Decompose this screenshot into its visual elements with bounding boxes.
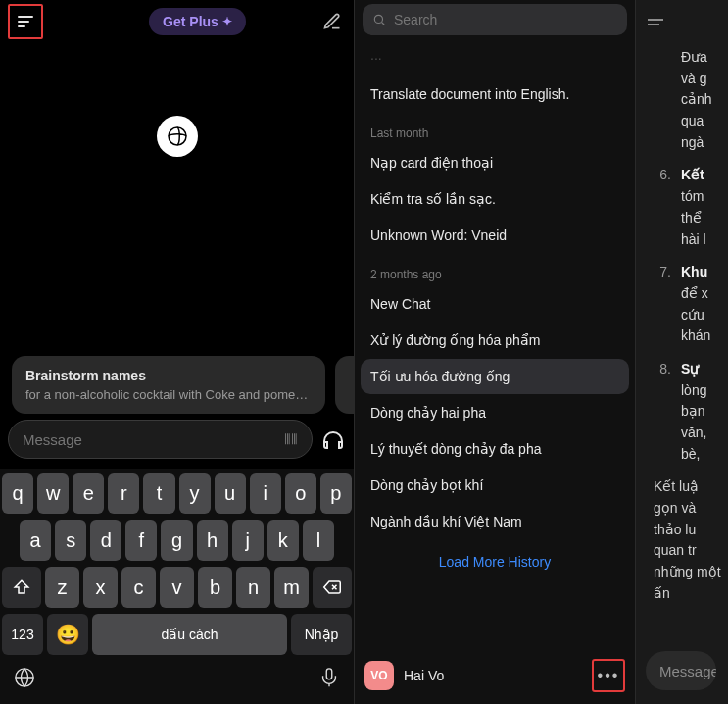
search-row xyxy=(355,0,635,39)
history-item[interactable]: Lý thuyết dòng chảy đa pha xyxy=(361,431,629,467)
app-logo xyxy=(157,116,198,157)
key-p[interactable]: p xyxy=(320,473,352,514)
get-plus-label: Get Plus xyxy=(163,14,218,29)
top-bar: Get Plus ✦ xyxy=(0,0,354,43)
key-d[interactable]: d xyxy=(90,520,121,561)
svg-rect-2 xyxy=(326,669,332,679)
account-more-button[interactable]: ••• xyxy=(592,659,625,692)
key-w[interactable]: w xyxy=(37,473,69,514)
key-f[interactable]: f xyxy=(125,520,157,561)
suggestion-card[interactable]: Brainstorm names for a non-alcoholic coc… xyxy=(12,356,325,414)
suggestion-title: Brainstorm names xyxy=(25,368,312,383)
history-group-header: 2 months ago xyxy=(361,254,629,285)
enter-key[interactable]: Nhập xyxy=(291,614,352,655)
keyboard: qwertyuiop asdfghjkl zxcvbnm 123 😀 dấu c… xyxy=(0,469,354,704)
menu-button[interactable] xyxy=(8,4,43,39)
history-item[interactable]: Translate document into English. xyxy=(361,76,629,112)
list-item: 6.Kết tóm thể hài l xyxy=(654,165,722,250)
sparkle-icon: ✦ xyxy=(222,15,232,28)
numeric-key[interactable]: 123 xyxy=(2,614,43,655)
search-input[interactable] xyxy=(363,4,627,35)
history-item[interactable]: Unknown Word: Vneid xyxy=(361,218,629,253)
message-input[interactable]: Message xyxy=(646,651,716,690)
mic-key[interactable] xyxy=(318,667,340,694)
history-list: ··· Translate document into English. Las… xyxy=(355,39,635,647)
history-item[interactable]: New Chat xyxy=(361,286,629,322)
key-m[interactable]: m xyxy=(274,567,309,608)
history-item[interactable]: Nạp card điện thoại xyxy=(361,145,629,180)
main-panel: Get Plus ✦ Brainstorm names for a non-al… xyxy=(0,0,355,704)
logo-area xyxy=(0,43,354,229)
audio-waveform-icon[interactable]: ⦀⦀ xyxy=(284,430,298,448)
key-v[interactable]: v xyxy=(160,567,194,608)
history-item[interactable]: Tối ưu hóa đường ống xyxy=(361,359,629,394)
key-u[interactable]: u xyxy=(215,473,246,514)
history-group-header: Last month xyxy=(361,113,629,144)
key-y[interactable]: y xyxy=(179,473,211,514)
key-h[interactable]: h xyxy=(197,520,228,561)
account-row: VO Hai Vo ••• xyxy=(355,647,635,704)
message-placeholder: Message xyxy=(659,663,716,679)
voice-mode-button[interactable] xyxy=(320,427,346,452)
list-body: Sự lòng bạn văn, bè, xyxy=(681,359,722,465)
svg-point-0 xyxy=(169,127,186,145)
avatar[interactable]: VO xyxy=(364,661,394,690)
right-top-bar xyxy=(636,0,728,43)
dots-icon: ••• xyxy=(598,667,620,684)
key-n[interactable]: n xyxy=(236,567,270,608)
key-j[interactable]: j xyxy=(232,520,264,561)
search-field[interactable] xyxy=(394,12,617,27)
suggestion-row: Brainstorm names for a non-alcoholic coc… xyxy=(12,356,354,414)
history-item[interactable]: Xử lý đường ống hóa phẩm xyxy=(361,323,629,358)
chat-content: Đưa và g cảnh qua ngà6.Kết tóm thể hài l… xyxy=(636,43,728,704)
key-e[interactable]: e xyxy=(73,473,104,514)
list-body: Đưa và g cảnh qua ngà xyxy=(681,47,722,153)
key-b[interactable]: b xyxy=(198,567,232,608)
list-body: Kết tóm thể hài l xyxy=(681,165,722,250)
history-item[interactable]: Ngành dầu khí Việt Nam xyxy=(361,504,629,539)
space-key[interactable]: dấu cách xyxy=(92,614,287,655)
emoji-key[interactable]: 😀 xyxy=(47,614,88,655)
globe-key[interactable] xyxy=(14,667,35,694)
key-a[interactable]: a xyxy=(20,520,51,561)
key-o[interactable]: o xyxy=(285,473,316,514)
list-number: 6. xyxy=(654,165,671,250)
content-panel: Đưa và g cảnh qua ngà6.Kết tóm thể hài l… xyxy=(636,0,728,704)
key-i[interactable]: i xyxy=(250,473,281,514)
key-c[interactable]: c xyxy=(121,567,156,608)
key-g[interactable]: g xyxy=(161,520,192,561)
suggestion-subtitle: for a non-alcoholic cocktail with Coke a… xyxy=(25,387,312,402)
key-t[interactable]: t xyxy=(143,473,174,514)
list-number: 7. xyxy=(654,262,671,347)
right-input-row: Message xyxy=(646,649,728,692)
list-number xyxy=(654,47,671,153)
history-item[interactable]: Dòng chảy bọt khí xyxy=(361,468,629,503)
history-item[interactable]: Dòng chảy hai pha xyxy=(361,395,629,430)
hamburger-icon xyxy=(18,16,33,27)
key-z[interactable]: z xyxy=(45,567,79,608)
compose-button[interactable] xyxy=(320,10,344,33)
get-plus-button[interactable]: Get Plus ✦ xyxy=(149,8,246,35)
load-more-button[interactable]: Load More History xyxy=(361,540,629,583)
shift-key[interactable] xyxy=(2,567,41,608)
key-k[interactable]: k xyxy=(267,520,299,561)
key-x[interactable]: x xyxy=(83,567,118,608)
search-icon xyxy=(372,13,386,26)
key-s[interactable]: s xyxy=(55,520,86,561)
conclusion-paragraph: Kết luậ gọn và thảo lu quan tr những một… xyxy=(654,477,722,604)
backspace-key[interactable] xyxy=(313,567,352,608)
key-q[interactable]: q xyxy=(2,473,33,514)
list-item: Đưa và g cảnh qua ngà xyxy=(654,47,722,153)
key-l[interactable]: l xyxy=(303,520,334,561)
message-field[interactable] xyxy=(23,431,276,448)
account-name: Hai Vo xyxy=(404,668,444,683)
list-body: Khu để x cứu khán xyxy=(681,262,722,347)
history-item[interactable]: ··· xyxy=(361,40,629,75)
list-item: 8.Sự lòng bạn văn, bè, xyxy=(654,359,722,465)
message-input[interactable]: ⦀⦀ xyxy=(8,420,313,459)
history-item[interactable]: Kiểm tra số lần sạc. xyxy=(361,181,629,217)
history-panel: ··· Translate document into English. Las… xyxy=(355,0,636,704)
suggestion-card-next[interactable] xyxy=(335,356,354,414)
menu-button[interactable] xyxy=(648,19,663,25)
key-r[interactable]: r xyxy=(108,473,139,514)
